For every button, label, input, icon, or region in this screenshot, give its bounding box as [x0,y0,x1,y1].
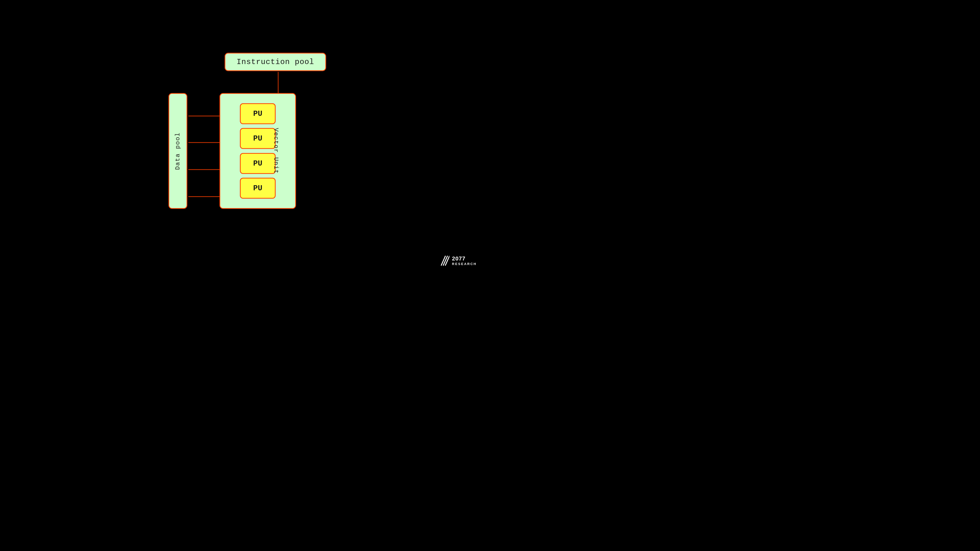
instruction-pool-box: Instruction pool [224,53,326,71]
pu-box-3: PU [240,153,275,174]
logo-text: 2077 RESEARCH [452,256,477,266]
pu-label-3: PU [253,159,262,168]
data-pool-box: Data pool [169,93,187,209]
pu-label-4: PU [253,184,262,192]
logo-icon [439,255,449,266]
data-pool-label: Data pool [175,132,181,170]
svg-line-19 [445,256,449,265]
pu-box-2: PU [240,128,275,149]
svg-line-18 [443,256,447,265]
pu-box-1: PU [240,103,275,124]
pu-label-2: PU [253,134,262,143]
svg-line-17 [441,256,445,265]
vector-unit-box: PU PU PU PU Vector Unit [220,93,296,209]
pu-box-4: PU [240,178,275,199]
instruction-pool-label: Instruction pool [237,58,314,66]
logo-year: 2077 [452,256,477,262]
logo-name: RESEARCH [452,262,477,266]
pu-label-1: PU [253,110,262,118]
logo: 2077 RESEARCH [439,255,477,266]
